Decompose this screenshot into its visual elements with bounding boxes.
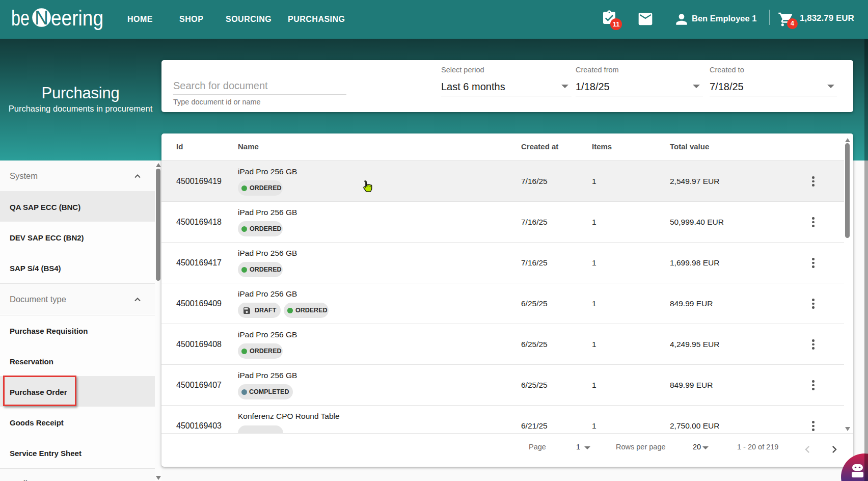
svg-text:eering: eering [51, 6, 103, 30]
svg-text:be: be [11, 6, 30, 30]
svg-text:N: N [35, 7, 48, 29]
